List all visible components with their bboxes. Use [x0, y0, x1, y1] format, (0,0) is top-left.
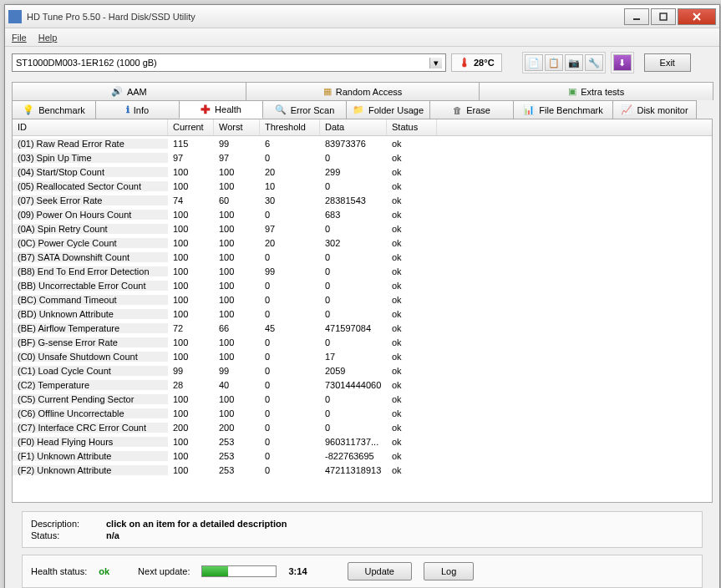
exit-button[interactable]: Exit — [644, 53, 691, 72]
cell-worst: 99 — [214, 139, 260, 149]
magnifier-icon: 🔍 — [275, 104, 287, 115]
window-controls — [624, 8, 716, 25]
cell-status: ok — [387, 266, 437, 276]
col-id[interactable]: ID — [13, 119, 168, 135]
copy-screenshot-button[interactable]: 📋 — [545, 54, 563, 71]
copy-text-button[interactable]: 📄 — [525, 54, 543, 71]
cell-data: 960311737... — [320, 437, 387, 447]
tool-buttons: 📄 📋 📷 🔧 — [522, 52, 606, 74]
update-button[interactable]: Update — [348, 562, 412, 580]
cell-status: ok — [387, 309, 437, 319]
options-button[interactable]: 🔧 — [585, 54, 603, 71]
cell-status: ok — [387, 210, 437, 220]
cell-current: 100 — [168, 252, 214, 262]
tab-disk-monitor[interactable]: 📈Disk monitor — [612, 100, 697, 119]
tab-aam[interactable]: 🔊AAM — [12, 82, 246, 100]
monitor-icon: 📈 — [621, 104, 632, 115]
table-row[interactable]: (F0) Head Flying Hours1002530960311737..… — [13, 434, 712, 449]
tab-extra-tests[interactable]: ▣Extra tests — [479, 82, 713, 100]
cell-id: (F0) Head Flying Hours — [13, 437, 168, 447]
health-panel: ID Current Worst Threshold Data Status (… — [12, 119, 713, 503]
table-row[interactable]: (C1) Load Cycle Count999902059ok — [13, 363, 712, 378]
cell-data: 73014444060 — [320, 380, 387, 390]
table-row[interactable]: (05) Reallocated Sector Count100100100ok — [13, 179, 712, 193]
table-row[interactable]: (BF) G-sense Error Rate10010000ok — [13, 335, 712, 349]
cell-worst: 100 — [214, 352, 260, 362]
cell-status: ok — [387, 323, 437, 333]
table-row[interactable]: (C2) Temperature2840073014444060ok — [13, 378, 712, 392]
table-row[interactable]: (F2) Unknown Attribute100253047211318913… — [13, 463, 712, 477]
app-icon — [8, 10, 22, 23]
table-row[interactable]: (C6) Offline Uncorrectable10010000ok — [13, 406, 712, 420]
table-row[interactable]: (B8) End To End Error Detection100100990… — [13, 264, 712, 278]
cell-status: ok — [387, 167, 437, 177]
drive-selector[interactable]: ST1000DM003-1ER162 (1000 gB) — [12, 53, 446, 72]
tab-health[interactable]: ✚Health — [179, 100, 263, 119]
col-worst[interactable]: Worst — [214, 119, 260, 135]
table-row[interactable]: (03) Spin Up Time979700ok — [13, 150, 712, 165]
cell-current: 100 — [168, 437, 214, 447]
cell-worst: 100 — [214, 238, 260, 248]
cell-data: 0 — [320, 153, 387, 163]
cell-threshold: 0 — [260, 408, 320, 418]
save-button[interactable]: ⬇ — [613, 54, 632, 71]
table-row[interactable]: (09) Power On Hours Count1001000683ok — [13, 207, 712, 221]
close-button[interactable] — [678, 8, 716, 25]
cell-current: 100 — [168, 167, 214, 177]
cell-threshold: 6 — [260, 139, 320, 149]
col-threshold[interactable]: Threshold — [260, 119, 320, 135]
table-row[interactable]: (C0) Unsafe Shutdown Count100100017ok — [13, 349, 712, 363]
cell-threshold: 20 — [260, 238, 320, 248]
cell-worst: 100 — [214, 337, 260, 347]
cell-status: ok — [387, 423, 437, 433]
log-button[interactable]: Log — [424, 562, 474, 580]
menu-file[interactable]: File — [12, 33, 27, 43]
tab-erase[interactable]: 🗑Erase — [429, 100, 514, 119]
menu-help[interactable]: Help — [38, 33, 58, 43]
tab-error-scan[interactable]: 🔍Error Scan — [262, 100, 347, 119]
tab-row-1: 🔊AAM ▦Random Access ▣Extra tests — [12, 82, 713, 100]
cell-id: (C5) Current Pending Sector — [13, 394, 168, 404]
table-row[interactable]: (0A) Spin Retry Count100100970ok — [13, 221, 712, 236]
cell-id: (C1) Load Cycle Count — [13, 366, 168, 376]
col-data[interactable]: Data — [320, 119, 387, 135]
cell-id: (04) Start/Stop Count — [13, 167, 168, 177]
table-row[interactable]: (C7) Interface CRC Error Count20020000ok — [13, 420, 712, 434]
col-current[interactable]: Current — [168, 119, 214, 135]
trash-icon: 🗑 — [453, 105, 462, 115]
col-status[interactable]: Status — [387, 119, 437, 135]
table-row[interactable]: (04) Start/Stop Count10010020299ok — [13, 165, 712, 179]
table-row[interactable]: (B7) SATA Downshift Count10010000ok — [13, 250, 712, 264]
tab-benchmark[interactable]: 💡Benchmark — [12, 100, 96, 119]
table-row[interactable]: (F1) Unknown Attribute1002530-822763695o… — [13, 449, 712, 463]
table-row[interactable]: (BD) Unknown Attribute10010000ok — [13, 307, 712, 321]
table-row[interactable]: (01) Raw Read Error Rate11599683973376ok — [13, 136, 712, 150]
table-row[interactable]: (BB) Uncorrectable Error Count10010000ok — [13, 278, 712, 292]
tab-random-access[interactable]: ▦Random Access — [246, 82, 480, 100]
cell-threshold: 0 — [260, 451, 320, 461]
table-row[interactable]: (BC) Command Timeout10010000ok — [13, 292, 712, 307]
cell-current: 100 — [168, 210, 214, 220]
cell-threshold: 0 — [260, 394, 320, 404]
tab-file-benchmark[interactable]: 📊File Benchmark — [513, 100, 613, 119]
tab-info[interactable]: ℹInfo — [95, 100, 180, 119]
table-row[interactable]: (07) Seek Error Rate74603028381543ok — [13, 193, 712, 207]
cell-current: 28 — [168, 380, 214, 390]
temperature-value: 28°C — [474, 58, 495, 68]
screenshot-button[interactable]: 📷 — [565, 54, 583, 71]
health-status-value: ok — [99, 566, 109, 576]
maximize-button[interactable] — [651, 8, 676, 25]
cell-id: (B8) End To End Error Detection — [13, 266, 168, 276]
cell-id: (B7) SATA Downshift Count — [13, 252, 168, 262]
cell-data: 0 — [320, 281, 387, 291]
tab-folder-usage[interactable]: 📁Folder Usage — [346, 100, 430, 119]
cell-worst: 66 — [214, 323, 260, 333]
table-row[interactable]: (0C) Power Cycle Count10010020302ok — [13, 236, 712, 250]
minimize-button[interactable] — [624, 8, 649, 25]
cell-data: 83973376 — [320, 139, 387, 149]
table-row[interactable]: (C5) Current Pending Sector10010000ok — [13, 392, 712, 406]
cell-current: 100 — [168, 394, 214, 404]
col-spacer — [437, 119, 712, 135]
table-row[interactable]: (BE) Airflow Temperature726645471597084o… — [13, 321, 712, 335]
cell-worst: 100 — [214, 224, 260, 234]
